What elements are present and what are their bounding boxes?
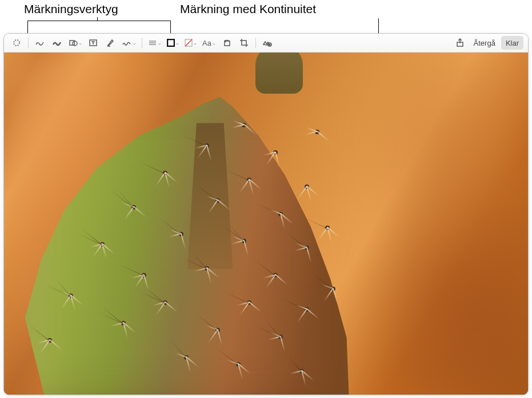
- highlight-icon: [106, 38, 115, 47]
- chevron-down-icon: ⌵: [158, 41, 161, 46]
- annotations-overlay: Märkningsverktyg Märkning med Kontinuite…: [0, 0, 532, 33]
- chevron-down-icon: ⌵: [176, 41, 179, 46]
- text-tool[interactable]: [85, 36, 101, 50]
- markup-window: ⌵ ⌵ ⌵ ⌵ ⌵ Aa ⌵: [3, 33, 529, 395]
- label-markup-tools: Märkningsverktyg: [24, 2, 118, 16]
- revert-button[interactable]: Återgå: [469, 36, 500, 50]
- crop-tool[interactable]: [236, 36, 252, 50]
- border-color-tool[interactable]: ⌵: [165, 36, 181, 50]
- chevron-down-icon: ⌵: [79, 41, 82, 46]
- continuity-icon: [262, 38, 273, 47]
- chevron-down-icon: ⌵: [194, 41, 197, 46]
- shape-style-tool[interactable]: ⌵: [146, 36, 163, 50]
- border-color-icon: [167, 39, 175, 47]
- callout-line: [378, 18, 379, 34]
- shapes-tool[interactable]: ⌵: [66, 36, 84, 50]
- svg-rect-4: [167, 39, 174, 46]
- callout-line: [170, 21, 171, 34]
- photo-content: [4, 53, 528, 395]
- chevron-down-icon: ⌵: [133, 41, 136, 46]
- fill-color-icon: [185, 39, 193, 47]
- svg-point-0: [14, 40, 19, 46]
- signature-icon: [122, 38, 132, 47]
- sign-tool[interactable]: ⌵: [119, 36, 138, 50]
- toolbar-separator: [28, 38, 29, 48]
- toolbar-separator: [142, 38, 142, 48]
- callout-line: [27, 21, 28, 34]
- fill-color-tool[interactable]: ⌵: [182, 36, 199, 50]
- selection-tool[interactable]: [9, 36, 25, 50]
- draw-icon: [52, 38, 62, 47]
- svg-line-6: [185, 39, 192, 46]
- label-continuity-markup: Märkning med Kontinuitet: [180, 2, 316, 16]
- line-style-icon: [148, 38, 157, 47]
- toolbar-separator: [255, 38, 256, 48]
- done-label: Klar: [506, 39, 519, 47]
- revert-label: Återgå: [474, 39, 495, 47]
- text-style-tool[interactable]: Aa ⌵: [200, 36, 218, 50]
- share-icon: [455, 38, 465, 47]
- share-button[interactable]: [452, 36, 468, 50]
- sketch-tool[interactable]: [32, 36, 48, 50]
- rotate-tool[interactable]: [219, 36, 235, 50]
- image-canvas[interactable]: [4, 53, 528, 395]
- text-style-label: Aa: [202, 39, 211, 47]
- sketch-icon: [35, 38, 45, 47]
- done-button[interactable]: Klar: [501, 36, 523, 50]
- draw-tool[interactable]: [49, 36, 65, 50]
- text-box-icon: [89, 38, 98, 47]
- callout-line: [27, 21, 170, 21]
- selection-icon: [12, 38, 21, 47]
- crop-icon: [239, 38, 249, 47]
- shapes-icon: [69, 38, 78, 47]
- svg-point-2: [73, 41, 77, 46]
- rotate-icon: [222, 38, 231, 47]
- chevron-down-icon: ⌵: [213, 41, 215, 46]
- callout-line: [97, 17, 98, 21]
- highlight-tool[interactable]: [102, 36, 118, 50]
- markup-toolbar: ⌵ ⌵ ⌵ ⌵ ⌵ Aa ⌵: [4, 34, 528, 53]
- annotate-continuity-tool[interactable]: [259, 36, 275, 50]
